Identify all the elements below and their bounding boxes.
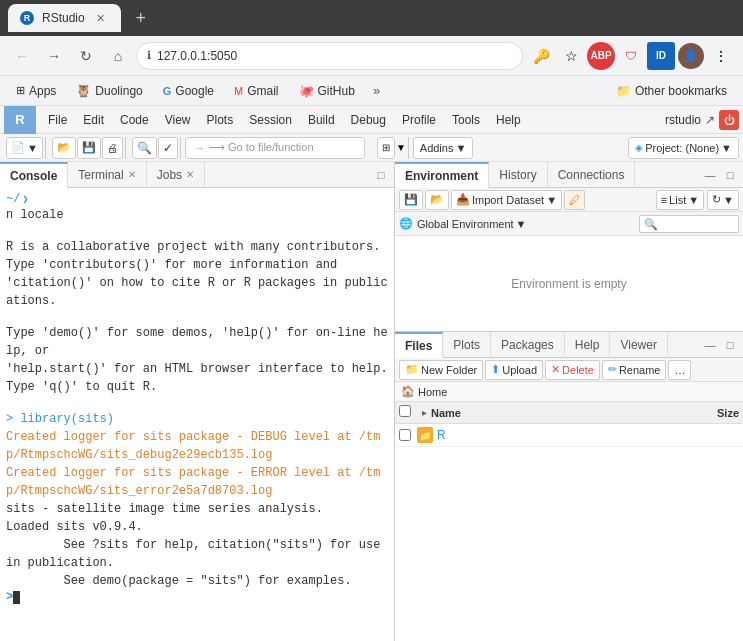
tab-packages[interactable]: Packages	[491, 332, 565, 358]
files-panel-tabs: Files Plots Packages Help Viewer	[395, 332, 743, 358]
console-input-line[interactable]: >	[6, 590, 388, 604]
files-maximize-btn[interactable]: □	[721, 336, 739, 354]
back-btn[interactable]: ←	[8, 42, 36, 70]
files-sort-arrow[interactable]: ▸	[417, 406, 431, 420]
files-panel: Files Plots Packages Help Viewer	[395, 332, 743, 641]
rename-btn[interactable]: ✏ Rename	[602, 360, 667, 380]
files-header-checkbox[interactable]	[399, 405, 417, 420]
tab-history[interactable]: History	[489, 162, 547, 188]
toolbar-file-group: 📄▼	[4, 137, 46, 159]
select-all-checkbox[interactable]	[399, 405, 411, 417]
console-cursor	[13, 591, 20, 604]
tab-close-btn[interactable]: ✕	[93, 10, 109, 26]
profile-avatar[interactable]: 👤	[677, 42, 705, 70]
tab-jobs[interactable]: Jobs ✕	[147, 162, 205, 188]
chunk-toggle-btn[interactable]: ⊞	[377, 137, 395, 159]
bookmark-google[interactable]: G Google	[155, 81, 222, 101]
chunk-dropdown[interactable]: ▼	[396, 142, 406, 153]
clear-env-btn[interactable]: 🖊	[564, 190, 585, 210]
home-icon: 🏠	[401, 385, 415, 398]
menu-session[interactable]: Session	[241, 110, 300, 130]
more-btn[interactable]: …	[668, 360, 691, 380]
upload-label: Upload	[502, 364, 537, 376]
id-extension-icon[interactable]: ID	[647, 42, 675, 70]
spell-btn[interactable]: ✓	[158, 137, 178, 159]
env-list-btn[interactable]: ≡ List ▼	[656, 190, 704, 210]
menu-plots[interactable]: Plots	[199, 110, 242, 130]
find-btn[interactable]: 🔍	[132, 137, 157, 159]
rstudio-share-icon[interactable]: ↗	[705, 113, 715, 127]
new-folder-btn[interactable]: 📁 New Folder	[399, 360, 483, 380]
console-line-collab: R is a collaborative project with many c…	[6, 238, 388, 256]
delete-btn[interactable]: ✕ Delete	[545, 360, 600, 380]
upload-btn[interactable]: ⬆ Upload	[485, 360, 543, 380]
menu-profile[interactable]: Profile	[394, 110, 444, 130]
menu-view[interactable]: View	[157, 110, 199, 130]
menu-debug[interactable]: Debug	[343, 110, 394, 130]
browser-menu-btn[interactable]: ⋮	[707, 42, 735, 70]
tab-terminal[interactable]: Terminal ✕	[68, 162, 146, 188]
console-line-citation: 'citation()' on how to cite R or R packa…	[6, 274, 388, 310]
files-minimize-btn[interactable]: —	[701, 336, 719, 354]
tab-title: RStudio	[42, 11, 85, 25]
shield-extension-icon[interactable]: 🛡	[617, 42, 645, 70]
menu-build[interactable]: Build	[300, 110, 343, 130]
rstudio-main: Console Terminal ✕ Jobs ✕ □ ~/ ❯	[0, 162, 743, 641]
bookmark-apps[interactable]: ⊞ Apps	[8, 81, 64, 101]
import-dataset-btn[interactable]: 📥 Import Dataset ▼	[451, 190, 562, 210]
menu-edit[interactable]: Edit	[75, 110, 112, 130]
goto-function-input[interactable]: → ⟶ Go to file/function	[185, 137, 365, 159]
menu-file[interactable]: File	[40, 110, 75, 130]
open-file-btn[interactable]: 📂	[52, 137, 76, 159]
tab-plots[interactable]: Plots	[443, 332, 491, 358]
bookmark-apps-label: Apps	[29, 84, 56, 98]
env-minimize-btn[interactable]: —	[701, 166, 719, 184]
bookmark-github[interactable]: 🐙 GitHub	[291, 81, 363, 101]
project-selector-btn[interactable]: ◈ Project: (None) ▼	[628, 137, 739, 159]
tab-files[interactable]: Files	[395, 332, 443, 358]
print-file-btn[interactable]: 🖨	[102, 137, 123, 159]
tab-connections[interactable]: Connections	[548, 162, 636, 188]
menu-help[interactable]: Help	[488, 110, 529, 130]
console-line-contrib: Type 'contributors()' for more informati…	[6, 256, 388, 274]
new-tab-btn[interactable]: +	[127, 4, 155, 32]
global-env-dropdown[interactable]: ▼	[516, 218, 527, 230]
env-search-input[interactable]	[639, 215, 739, 233]
save-file-btn[interactable]: 💾	[77, 137, 101, 159]
right-panel: Environment History Connections — □	[395, 162, 743, 641]
refresh-btn[interactable]: ↻	[72, 42, 100, 70]
file-name[interactable]: R	[437, 428, 446, 442]
tab-environment[interactable]: Environment	[395, 162, 489, 188]
bookmark-gmail[interactable]: M Gmail	[226, 81, 287, 101]
more-icon: …	[674, 364, 685, 376]
folder-icon: 📁	[417, 427, 433, 443]
browser-tab[interactable]: R RStudio ✕	[8, 4, 121, 32]
bookmark-duolingo[interactable]: 🦉 Duolingo	[68, 81, 150, 101]
new-file-btn[interactable]: 📄▼	[6, 137, 43, 159]
env-maximize-btn[interactable]: □	[721, 166, 739, 184]
env-save-btn[interactable]: 💾	[399, 190, 423, 210]
file-row-checkbox[interactable]	[399, 429, 417, 441]
rstudio-power-btn[interactable]: ⏻	[719, 110, 739, 130]
env-load-btn[interactable]: 📂	[425, 190, 449, 210]
env-refresh-btn[interactable]: ↻ ▼	[707, 190, 739, 210]
abp-extension-icon[interactable]: ABP	[587, 42, 615, 70]
forward-btn[interactable]: →	[40, 42, 68, 70]
menu-code[interactable]: Code	[112, 110, 157, 130]
file-checkbox[interactable]	[399, 429, 411, 441]
star-icon[interactable]: ☆	[557, 42, 585, 70]
bookmarks-overflow-btn[interactable]: »	[367, 80, 386, 101]
menu-tools[interactable]: Tools	[444, 110, 488, 130]
toolbar-edit-group: 🔍 ✓	[130, 137, 181, 159]
jobs-tab-close[interactable]: ✕	[186, 169, 194, 180]
terminal-tab-close[interactable]: ✕	[128, 169, 136, 180]
address-bar[interactable]: ℹ 127.0.0.1:5050	[136, 42, 523, 70]
tab-console[interactable]: Console	[0, 162, 68, 188]
key-icon[interactable]: 🔑	[527, 42, 555, 70]
tab-viewer[interactable]: Viewer	[610, 332, 667, 358]
console-maximize-btn[interactable]: □	[372, 166, 390, 184]
home-btn[interactable]: ⌂	[104, 42, 132, 70]
other-bookmarks[interactable]: 📁 Other bookmarks	[608, 81, 735, 101]
addins-btn[interactable]: Addins ▼	[413, 137, 474, 159]
tab-help[interactable]: Help	[565, 332, 611, 358]
